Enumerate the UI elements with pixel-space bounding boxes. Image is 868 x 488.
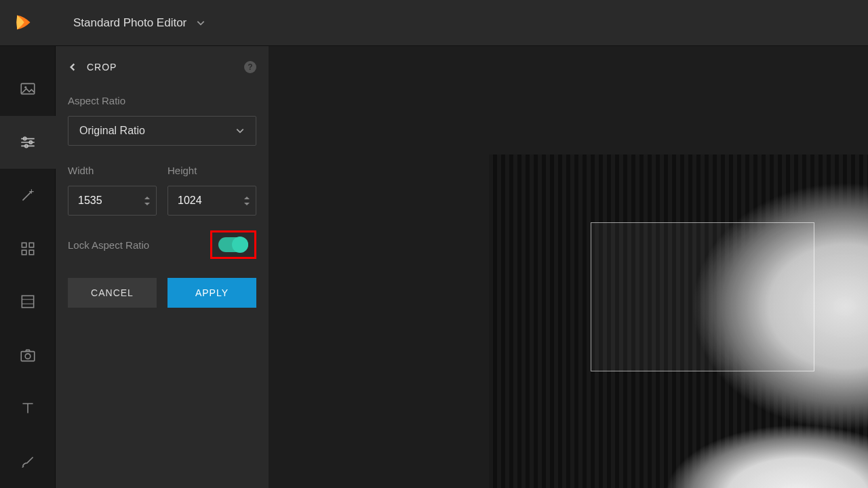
aspect-ratio-label: Aspect Ratio [68,95,256,106]
stepper-down-icon[interactable] [144,201,151,207]
svg-rect-9 [22,296,33,308]
panel-back[interactable]: CROP [68,62,117,73]
chevron-left-icon [68,62,77,72]
app-title-label: Standard Photo Editor [73,16,186,30]
lock-aspect-toggle[interactable] [218,237,248,252]
text-icon [19,399,37,417]
app-logo [14,13,33,32]
width-value: 1535 [78,195,102,207]
crop-panel: CROP ? Aspect Ratio Original Ratio Width… [56,46,269,488]
help-button[interactable]: ? [244,61,256,73]
rail-camera[interactable] [0,329,56,382]
svg-point-11 [25,354,31,359]
height-label: Height [167,165,256,176]
aspect-ratio-select[interactable]: Original Ratio [68,116,256,146]
tool-rail [0,46,56,488]
stepper-down-icon[interactable] [243,201,250,207]
app-title-dropdown[interactable]: Standard Photo Editor [73,16,205,30]
rail-text[interactable] [0,382,56,435]
app-header: Standard Photo Editor [0,0,868,46]
rail-crop[interactable] [0,275,56,329]
svg-rect-6 [29,243,33,247]
height-input[interactable]: 1024 [167,186,256,216]
rail-elements[interactable] [0,222,56,276]
image-icon [19,80,37,98]
svg-rect-5 [22,243,26,247]
sliders-icon [19,134,37,151]
lock-aspect-label: Lock Aspect Ratio [68,239,149,251]
rail-brush[interactable] [0,435,56,489]
aspect-ratio-value: Original Ratio [79,125,145,137]
wand-icon [19,186,37,204]
frame-icon [19,293,37,310]
camera-icon [19,346,37,364]
stepper-up-icon[interactable] [243,195,250,201]
chevron-down-icon [235,126,245,136]
brush-icon [19,453,37,470]
grid-icon [19,240,37,258]
chevron-down-icon [196,18,205,28]
width-label: Width [68,165,157,176]
editor-canvas[interactable] [269,46,868,488]
stepper-up-icon[interactable] [144,195,151,201]
cancel-button[interactable]: CANCEL [68,278,157,308]
rail-effects[interactable] [0,169,56,222]
svg-rect-7 [22,250,26,255]
height-value: 1024 [178,195,202,207]
svg-rect-8 [29,250,33,255]
toggle-knob [232,237,248,253]
rail-adjust[interactable] [0,116,56,169]
svg-rect-10 [21,351,35,361]
panel-title: CROP [87,62,117,73]
crop-overlay[interactable] [591,222,814,371]
apply-button[interactable]: APPLY [167,278,256,308]
photo-preview [489,155,868,488]
width-input[interactable]: 1535 [68,186,157,216]
rail-image[interactable] [0,62,56,116]
